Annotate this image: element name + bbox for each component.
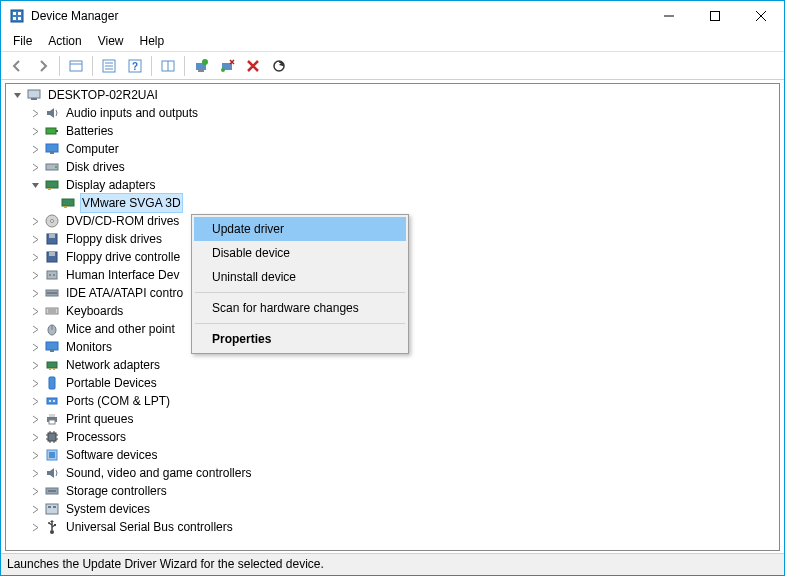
- tree-node-print[interactable]: Print queues: [8, 410, 777, 428]
- tree-node-label: Ports (COM & LPT): [64, 392, 172, 410]
- menu-help[interactable]: Help: [132, 32, 173, 50]
- svg-rect-60: [49, 368, 51, 370]
- disable-device-button[interactable]: [215, 54, 239, 78]
- svg-rect-63: [47, 398, 57, 404]
- svg-rect-79: [49, 452, 55, 458]
- tree-node-batteries[interactable]: Batteries: [8, 122, 777, 140]
- close-button[interactable]: [738, 1, 784, 31]
- chevron-right-icon[interactable]: [28, 106, 42, 120]
- scan-hardware-button[interactable]: [267, 54, 291, 78]
- forward-button[interactable]: [31, 54, 55, 78]
- tree-node-label: IDE ATA/ATAPI contro: [64, 284, 185, 302]
- keyboard-icon: [44, 303, 60, 319]
- svg-rect-27: [46, 128, 56, 134]
- back-button[interactable]: [5, 54, 29, 78]
- chevron-right-icon[interactable]: [28, 376, 42, 390]
- display-adapter-icon: [44, 177, 60, 193]
- context-menu: Update driver Disable device Uninstall d…: [191, 214, 409, 354]
- menu-file[interactable]: File: [5, 32, 40, 50]
- tree-node-storage[interactable]: Storage controllers: [8, 482, 777, 500]
- svg-point-65: [53, 400, 55, 402]
- update-driver-button[interactable]: [189, 54, 213, 78]
- chevron-right-icon[interactable]: [28, 412, 42, 426]
- tree-node-disk[interactable]: Disk drives: [8, 158, 777, 176]
- chevron-right-icon[interactable]: [28, 286, 42, 300]
- chevron-right-icon[interactable]: [28, 142, 42, 156]
- tree-node-system[interactable]: System devices: [8, 500, 777, 518]
- chevron-right-icon[interactable]: [28, 124, 42, 138]
- context-menu-scan[interactable]: Scan for hardware changes: [194, 296, 406, 320]
- speaker-icon: [44, 105, 60, 121]
- chevron-right-icon[interactable]: [28, 214, 42, 228]
- svg-rect-30: [50, 152, 54, 154]
- context-menu-disable-device[interactable]: Disable device: [194, 241, 406, 265]
- chevron-right-icon[interactable]: [28, 430, 42, 444]
- context-menu-separator: [195, 292, 405, 293]
- svg-point-32: [55, 166, 57, 168]
- chevron-right-icon[interactable]: [28, 520, 42, 534]
- chevron-right-icon[interactable]: [28, 394, 42, 408]
- svg-rect-1: [13, 12, 16, 15]
- chevron-right-icon[interactable]: [28, 340, 42, 354]
- controller-icon: [44, 483, 60, 499]
- chevron-right-icon[interactable]: [28, 232, 42, 246]
- chevron-right-icon[interactable]: [28, 268, 42, 282]
- view-mode-button[interactable]: [156, 54, 180, 78]
- uninstall-device-button[interactable]: [241, 54, 265, 78]
- chevron-down-icon[interactable]: [28, 178, 42, 192]
- tree-node-label: DESKTOP-02R2UAI: [46, 86, 160, 104]
- properties-button[interactable]: [97, 54, 121, 78]
- tree-node-label: Keyboards: [64, 302, 125, 320]
- chevron-right-icon[interactable]: [28, 448, 42, 462]
- chevron-right-icon[interactable]: [28, 502, 42, 516]
- app-icon: [9, 8, 25, 24]
- svg-rect-3: [13, 17, 16, 20]
- svg-rect-88: [54, 524, 56, 526]
- menu-action[interactable]: Action: [40, 32, 89, 50]
- tree-node-network[interactable]: Network adapters: [8, 356, 777, 374]
- tree-node-sound[interactable]: Sound, video and game controllers: [8, 464, 777, 482]
- floppy-icon: [44, 231, 60, 247]
- tree-node-root[interactable]: DESKTOP-02R2UAI: [8, 86, 777, 104]
- tree-node-portable[interactable]: Portable Devices: [8, 374, 777, 392]
- chevron-right-icon[interactable]: [28, 322, 42, 336]
- tree-node-processors[interactable]: Processors: [8, 428, 777, 446]
- disk-icon: [44, 159, 60, 175]
- minimize-button[interactable]: [646, 1, 692, 31]
- context-menu-uninstall-device[interactable]: Uninstall device: [194, 265, 406, 289]
- context-menu-update-driver[interactable]: Update driver: [194, 217, 406, 241]
- help-button[interactable]: ?: [123, 54, 147, 78]
- svg-rect-0: [11, 10, 23, 22]
- show-hide-button[interactable]: [64, 54, 88, 78]
- svg-rect-34: [48, 188, 51, 190]
- tree-node-display-child[interactable]: VMware SVGA 3D: [8, 194, 777, 212]
- svg-rect-57: [46, 342, 58, 350]
- svg-rect-25: [28, 90, 40, 98]
- tree-node-software[interactable]: Software devices: [8, 446, 777, 464]
- svg-rect-4: [18, 17, 21, 20]
- chevron-right-icon[interactable]: [28, 484, 42, 498]
- chevron-right-icon[interactable]: [28, 304, 42, 318]
- system-icon: [44, 501, 60, 517]
- chevron-right-icon[interactable]: [28, 160, 42, 174]
- cpu-icon: [44, 429, 60, 445]
- toolbar: ?: [1, 52, 784, 80]
- tree-node-label: Disk drives: [64, 158, 127, 176]
- printer-icon: [44, 411, 60, 427]
- context-menu-properties[interactable]: Properties: [194, 327, 406, 351]
- chevron-down-icon[interactable]: [10, 88, 24, 102]
- tree-node-label: Mice and other point: [64, 320, 177, 338]
- tree-node-audio[interactable]: Audio inputs and outputs: [8, 104, 777, 122]
- menu-view[interactable]: View: [90, 32, 132, 50]
- tree-node-ports[interactable]: Ports (COM & LPT): [8, 392, 777, 410]
- tree-node-label: Human Interface Dev: [64, 266, 181, 284]
- maximize-button[interactable]: [692, 1, 738, 31]
- tree-node-usb[interactable]: Universal Serial Bus controllers: [8, 518, 777, 536]
- svg-rect-6: [711, 12, 720, 21]
- status-bar: Launches the Update Driver Wizard for th…: [1, 553, 784, 575]
- tree-node-computer[interactable]: Computer: [8, 140, 777, 158]
- chevron-right-icon[interactable]: [28, 250, 42, 264]
- tree-node-display[interactable]: Display adapters: [8, 176, 777, 194]
- chevron-right-icon[interactable]: [28, 466, 42, 480]
- chevron-right-icon[interactable]: [28, 358, 42, 372]
